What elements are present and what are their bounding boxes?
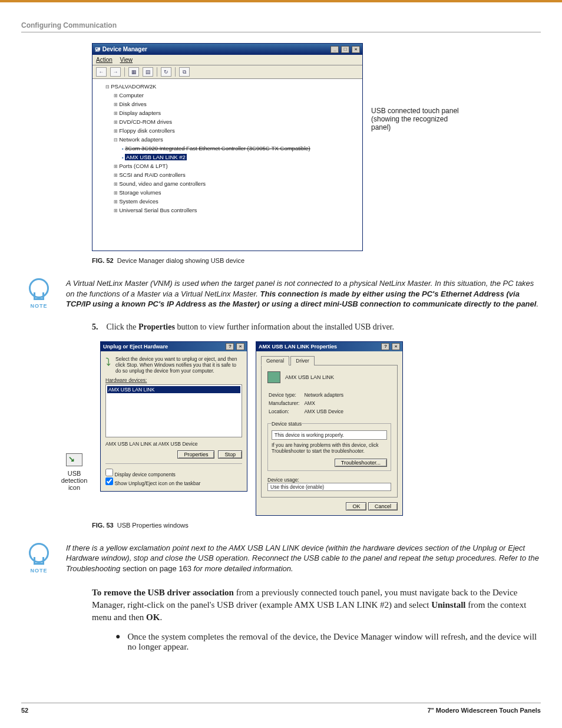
window-buttons: _ □ × (330, 45, 360, 53)
separator (157, 67, 157, 77)
help-icon[interactable]: ? (381, 343, 389, 350)
tree-root[interactable]: PSALVADORW2K Computer Disk drives Displa… (105, 83, 358, 215)
display-components-checkbox[interactable]: Display device components (105, 469, 242, 477)
bulb-icon (29, 278, 49, 298)
page-number: 52 (21, 707, 28, 714)
show-tray-checkbox[interactable]: Show Unplug/Eject icon on the taskbar (105, 477, 242, 486)
titlebar: AMX USB LAN LINK Properties ? × (256, 342, 402, 351)
close-icon[interactable]: × (392, 343, 400, 350)
device-usage-select[interactable]: Use this device (enable) (267, 483, 391, 491)
step-5: 5. Click the Properties button to view f… (92, 322, 541, 332)
unplug-window: Unplug or Eject Hardware ? × ⤵ Select th… (100, 341, 247, 492)
tree-item[interactable]: Disk drives (114, 100, 358, 109)
device-status: Device status This device is working pro… (267, 421, 391, 471)
back-icon[interactable]: ← (96, 67, 107, 77)
footer-title: 7" Modero Widescreen Touch Panels (427, 707, 541, 714)
tree-item[interactable]: Computer (114, 91, 358, 100)
page-footer: 52 7" Modero Widescreen Touch Panels (21, 703, 541, 714)
note-icon: NOTE (21, 543, 57, 574)
menubar: Action View (92, 55, 362, 65)
hardware-list[interactable]: AMX USB LAN LINK (105, 384, 242, 437)
note-1: NOTE A Virtual NetLinx Master (VNM) is u… (92, 278, 541, 309)
titlebar-text: 🖳 Device Manager (95, 46, 147, 52)
separator (175, 67, 176, 77)
usb-detection-icon-label: USB detection icon (57, 453, 92, 491)
toolbar: ← → ▦ ▤ ↻ ⧉ (92, 65, 362, 79)
separator (124, 67, 125, 77)
help-icon[interactable]: ? (226, 343, 234, 350)
note-text: If there is a yellow exclamation point n… (66, 543, 541, 574)
tree-item[interactable]: Floppy disk controllers (114, 127, 358, 136)
tree-item[interactable]: DVD/CD-ROM drives (114, 118, 358, 127)
troubleshooter-button[interactable]: Troubleshooter... (335, 459, 387, 467)
tree-item[interactable]: Sound, video and game controllers (114, 180, 358, 189)
bullet-item: ● Once the system completes the removal … (115, 632, 541, 652)
remove-driver-paragraph: To remove the USB driver association fro… (92, 587, 541, 624)
tree-item[interactable]: Display adapters (114, 109, 358, 118)
cancel-button[interactable]: Cancel (368, 502, 398, 510)
forward-icon[interactable]: → (110, 67, 121, 77)
device-manager-window: 🖳 Device Manager _ □ × Action View ← → ▦ (92, 43, 363, 251)
stop-button[interactable]: Stop (218, 450, 242, 459)
refresh-icon[interactable]: ↻ (161, 67, 171, 77)
tabs: General Driver (261, 356, 398, 365)
fig53-caption: FIG. 53USB Properties windows (92, 522, 541, 529)
tree-item[interactable]: SCSI and RAID controllers (114, 171, 358, 180)
list-item[interactable]: AMX USB LAN LINK (107, 386, 240, 393)
bullet-dot: ● (115, 632, 120, 652)
figure-52: 🖳 Device Manager _ □ × Action View ← → ▦ (92, 43, 541, 251)
tool-icon[interactable]: ▤ (143, 67, 153, 77)
header-rule (21, 32, 541, 32)
tray-icon (66, 453, 82, 466)
properties-button[interactable]: Properties (177, 450, 214, 459)
note-2: NOTE If there is a yellow exclamation po… (92, 543, 541, 574)
tool-icon[interactable]: ▦ (128, 67, 139, 77)
tree-item-network[interactable]: Network adapters 3Com 3C920 Integrated F… (114, 136, 358, 162)
tree-item[interactable]: Universal Serial Bus controllers (114, 206, 358, 215)
titlebar: Unplug or Eject Hardware ? × (101, 342, 247, 351)
unplug-icon: ⤵ (105, 356, 111, 374)
tab-general[interactable]: General (261, 356, 289, 365)
tree-item-nic[interactable]: 3Com 3C920 Integrated Fast Ethernet Cont… (122, 144, 358, 153)
tree-item[interactable]: Storage volumes (114, 189, 358, 197)
figure-53: USB detection icon Unplug or Eject Hardw… (57, 341, 541, 516)
close-icon[interactable]: × (236, 343, 244, 350)
close-icon[interactable]: × (352, 46, 360, 53)
tab-driver[interactable]: Driver (290, 356, 315, 365)
menu-view[interactable]: View (120, 57, 133, 63)
tree-item[interactable]: System devices (114, 197, 358, 206)
tree-item-amx[interactable]: AMX USB LAN LINK #2 (122, 153, 358, 162)
bulb-icon (29, 543, 49, 563)
fig52-caption: FIG. 52Device Manager dialog showing USB… (92, 257, 541, 264)
section-header: Configuring Communication (21, 21, 541, 29)
device-tree: PSALVADORW2K Computer Disk drives Displa… (92, 79, 362, 251)
titlebar: 🖳 Device Manager _ □ × (92, 44, 362, 55)
nic-icon (267, 371, 280, 383)
tree-item[interactable]: Ports (COM & LPT) (114, 162, 358, 171)
note-icon: NOTE (21, 278, 57, 309)
ok-button[interactable]: OK (346, 502, 366, 510)
minimize-icon[interactable]: _ (330, 46, 339, 53)
maximize-icon[interactable]: □ (341, 46, 349, 53)
menu-action[interactable]: Action (96, 57, 113, 63)
tool-icon[interactable]: ⧉ (179, 67, 190, 77)
fig52-callout: USB connected touch panel (showing the r… (371, 107, 465, 131)
note-text: A Virtual NetLinx Master (VNM) is used w… (66, 278, 541, 309)
properties-window: AMX USB LAN LINK Properties ? × General … (256, 341, 403, 516)
